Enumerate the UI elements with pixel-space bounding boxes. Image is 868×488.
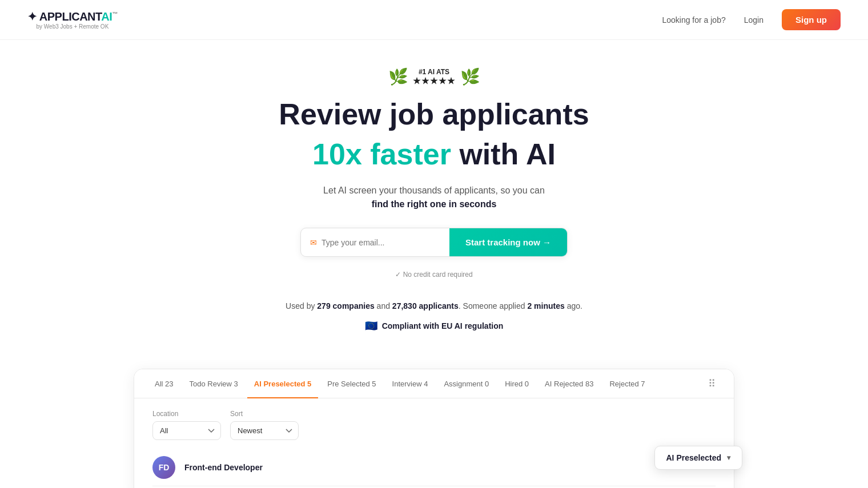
cta-button[interactable]: Start tracking now → bbox=[449, 228, 567, 256]
hero-title-rest: with AI bbox=[451, 138, 556, 171]
ai-preselected-dropdown[interactable]: AI Preselected ▾ bbox=[654, 446, 743, 470]
tab-ai-preselected-5[interactable]: AI Preselected 5 bbox=[247, 369, 318, 398]
hero-section: 🌿 #1 AI ATS ★★★★★ 🌿 Review job applicant… bbox=[0, 40, 868, 350]
tab-pre-selected-5[interactable]: Pre Selected 5 bbox=[320, 369, 383, 398]
usage-and: and bbox=[375, 301, 392, 310]
demo-panel: All 23Todo Review 3AI Preselected 5Pre S… bbox=[134, 369, 734, 488]
sort-filter-group: Sort Newest bbox=[230, 410, 299, 440]
logo-text: ✦ APPLICANTAI™ bbox=[27, 10, 118, 23]
columns-icon[interactable]: ⠿ bbox=[704, 373, 720, 394]
tab-todo-review-3[interactable]: Todo Review 3 bbox=[183, 369, 245, 398]
usage-ago: ago. bbox=[565, 301, 582, 310]
eu-text: Compliant with EU AI regulation bbox=[382, 321, 504, 330]
laurel-right: 🌿 bbox=[460, 67, 480, 86]
email-icon: ✉ bbox=[310, 238, 317, 247]
applicant-list: FD Front-end Developer bbox=[134, 449, 734, 488]
no-cc-text: ✓ No credit card required bbox=[14, 271, 854, 279]
header-nav: Looking for a job? Login Sign up bbox=[662, 9, 841, 30]
hero-title-line2: 10x faster with AI bbox=[14, 136, 854, 172]
email-input-wrap: ✉ bbox=[301, 228, 449, 256]
applicant-role: Front-end Developer bbox=[184, 463, 263, 472]
avatar: FD bbox=[152, 456, 175, 479]
tab-interview-4[interactable]: Interview 4 bbox=[385, 369, 435, 398]
usage-applied: . Someone applied bbox=[459, 301, 528, 310]
sort-select[interactable]: Newest bbox=[230, 421, 299, 440]
signup-button[interactable]: Sign up bbox=[782, 9, 841, 30]
badge-stars: ★★★★★ bbox=[413, 76, 456, 86]
hero-subtitle2: find the right one in seconds bbox=[14, 199, 854, 209]
laurel-left: 🌿 bbox=[388, 67, 408, 86]
eu-compliance-badge: 🇪🇺 Compliant with EU AI regulation bbox=[365, 320, 504, 332]
hero-title-line1: Review job applicants bbox=[14, 98, 854, 132]
tab-all-23[interactable]: All 23 bbox=[148, 369, 180, 398]
usage-applicants: 27,830 applicants bbox=[392, 301, 459, 310]
ai-preselected-label: AI Preselected bbox=[666, 453, 722, 462]
header: ✦ APPLICANTAI™ by Web3 Jobs + Remote OK … bbox=[0, 0, 868, 40]
eu-flag-icon: 🇪🇺 bbox=[365, 320, 377, 332]
award-badge: 🌿 #1 AI ATS ★★★★★ 🌿 bbox=[388, 67, 480, 86]
email-form: ✉ Start tracking now → bbox=[300, 228, 568, 257]
tabs-bar: All 23Todo Review 3AI Preselected 5Pre S… bbox=[134, 369, 734, 398]
usage-prefix: Used by bbox=[286, 301, 317, 310]
logo-sub: by Web3 Jobs + Remote OK bbox=[27, 23, 118, 30]
usage-time: 2 minutes bbox=[527, 301, 564, 310]
tab-hired-0[interactable]: Hired 0 bbox=[498, 369, 536, 398]
usage-stats: Used by 279 companies and 27,830 applica… bbox=[14, 301, 854, 310]
nav-looking-for-job[interactable]: Looking for a job? bbox=[662, 15, 725, 25]
location-filter-group: Location All bbox=[152, 410, 221, 440]
filters-area: Location All Sort Newest bbox=[134, 398, 734, 449]
tab-rejected-7[interactable]: Rejected 7 bbox=[602, 369, 652, 398]
usage-companies: 279 companies bbox=[317, 301, 374, 310]
tab-assignment-0[interactable]: Assignment 0 bbox=[437, 369, 496, 398]
location-label: Location bbox=[152, 410, 221, 418]
tab-ai-rejected-83[interactable]: AI Rejected 83 bbox=[538, 369, 600, 398]
hero-title-color: 10x faster bbox=[312, 138, 451, 171]
logo: ✦ APPLICANTAI™ by Web3 Jobs + Remote OK bbox=[27, 10, 118, 30]
nav-login[interactable]: Login bbox=[744, 15, 763, 25]
email-input[interactable] bbox=[322, 238, 436, 247]
chevron-down-icon: ▾ bbox=[727, 454, 730, 462]
applicant-row[interactable]: FD Front-end Developer bbox=[152, 449, 716, 486]
badge-label: #1 AI ATS bbox=[413, 68, 456, 76]
hero-subtitle1: Let AI screen your thousands of applican… bbox=[14, 185, 854, 196]
location-select[interactable]: All bbox=[152, 421, 221, 440]
sort-label: Sort bbox=[230, 410, 299, 418]
